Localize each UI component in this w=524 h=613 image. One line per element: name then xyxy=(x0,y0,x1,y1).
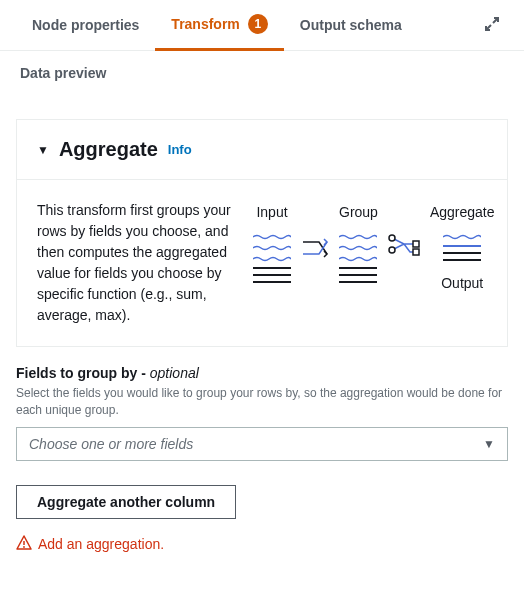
diagram-output-label: Output xyxy=(441,275,483,291)
chevron-down-icon: ▼ xyxy=(483,437,495,451)
fields-label: Fields to group by - optional xyxy=(16,365,508,381)
warning-row: Add an aggregation. xyxy=(0,527,524,570)
diagram-aggregate-label: Aggregate xyxy=(430,204,495,220)
info-link[interactable]: Info xyxy=(168,142,192,157)
shuffle-icon xyxy=(299,204,331,267)
diagram-input-label: Input xyxy=(256,204,287,220)
transform-badge: 1 xyxy=(248,14,268,34)
caret-down-icon: ▼ xyxy=(37,143,49,157)
warning-icon xyxy=(16,535,32,554)
group-lines-icon xyxy=(339,226,377,283)
aggregate-panel: ▼ Aggregate Info This transform first gr… xyxy=(16,119,508,347)
tab-transform-label: Transform xyxy=(171,16,239,32)
warning-text: Add an aggregation. xyxy=(38,536,164,552)
svg-point-1 xyxy=(389,247,395,253)
diagram-group-label: Group xyxy=(339,204,378,220)
section-header[interactable]: ▼ Aggregate Info xyxy=(17,120,507,179)
svg-rect-3 xyxy=(413,249,419,255)
svg-point-0 xyxy=(389,235,395,241)
svg-point-5 xyxy=(23,546,25,548)
svg-rect-2 xyxy=(413,241,419,247)
section-body: This transform first groups your rows by… xyxy=(17,179,507,346)
aggregate-node-icon xyxy=(386,204,422,267)
output-lines-icon xyxy=(443,226,481,261)
aggregate-button-row: Aggregate another column xyxy=(0,461,524,527)
tab-transform[interactable]: Transform 1 xyxy=(155,0,283,51)
fields-help: Select the fields you would like to grou… xyxy=(16,385,508,419)
tab-output-schema[interactable]: Output schema xyxy=(284,3,418,47)
fields-select[interactable]: Choose one or more fields ▼ xyxy=(16,427,508,461)
expand-button[interactable] xyxy=(476,8,508,43)
section-description: This transform first groups your rows by… xyxy=(37,200,237,326)
flow-diagram: Input Group xyxy=(253,200,495,326)
subtab-data-preview[interactable]: Data preview xyxy=(0,51,524,95)
fields-placeholder: Choose one or more fields xyxy=(29,436,193,452)
aggregate-another-button[interactable]: Aggregate another column xyxy=(16,485,236,519)
section-title: Aggregate xyxy=(59,138,158,161)
fields-group-by: Fields to group by - optional Select the… xyxy=(0,347,524,461)
input-lines-icon xyxy=(253,226,291,283)
tab-node-properties[interactable]: Node properties xyxy=(16,3,155,47)
expand-icon xyxy=(484,16,500,32)
tabs-bar: Node properties Transform 1 Output schem… xyxy=(0,0,524,51)
